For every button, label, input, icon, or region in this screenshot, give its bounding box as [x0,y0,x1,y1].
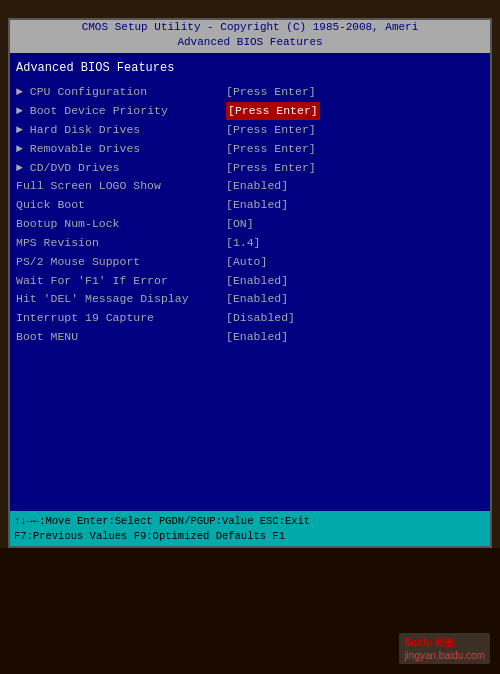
table-row[interactable]: Interrupt 19 Capture [Disabled] [16,309,484,327]
item-label-waitf1: Wait For 'F1' If Error [16,272,226,290]
item-value-cpu: [Press Enter] [226,83,316,101]
item-value-ps2: [Auto] [226,253,267,271]
table-row[interactable]: Boot MENU [Enabled] [16,328,484,346]
table-row[interactable]: PS/2 Mouse Support [Auto] [16,253,484,271]
menu-list: CPU Configuration [Press Enter] Boot Dev… [16,83,484,345]
status-line2: F7:Previous Values F9:Optimized Defaults… [14,529,486,545]
item-label-cpu: CPU Configuration [16,83,226,101]
table-row[interactable]: CD/DVD Drives [Press Enter] [16,159,484,177]
table-row[interactable]: Full Screen LOGO Show [Enabled] [16,177,484,195]
item-label-mps: MPS Revision [16,234,226,252]
section-title: Advanced BIOS Features [16,59,484,78]
item-value-logo: [Enabled] [226,177,288,195]
item-value-mps: [1.4] [226,234,261,252]
table-row[interactable]: Boot Device Priority [Press Enter] [16,102,484,120]
item-label-hdd: Hard Disk Drives [16,121,226,139]
item-label-interrupt: Interrupt 19 Capture [16,309,226,327]
baidu-logo: Baidu 经验 [404,636,485,650]
table-row[interactable]: Hit 'DEL' Message Display [Enabled] [16,290,484,308]
table-row[interactable]: Wait For 'F1' If Error [Enabled] [16,272,484,290]
item-label-quick-boot: Quick Boot [16,196,226,214]
item-label-logo: Full Screen LOGO Show [16,177,226,195]
baidu-watermark: Baidu 经验 jingyan.baidu.com [399,633,490,664]
item-label-removable: Removable Drives [16,140,226,158]
item-label-ps2: PS/2 Mouse Support [16,253,226,271]
bios-content-area: Advanced BIOS Features CPU Configuration… [8,53,492,353]
status-line1: ↑↓→←:Move Enter:Select PGDN/PGUP:Value E… [14,514,486,530]
item-value-boot-menu: [Enabled] [226,328,288,346]
baidu-url: jingyan.baidu.com [404,650,485,661]
table-row[interactable]: Hard Disk Drives [Press Enter] [16,121,484,139]
bios-header: CMOS Setup Utility - Copyright (C) 1985-… [8,18,492,53]
item-value-del-msg: [Enabled] [226,290,288,308]
item-value-boot-device: [Press Enter] [226,102,320,120]
table-row[interactable]: Quick Boot [Enabled] [16,196,484,214]
item-value-hdd: [Press Enter] [226,121,316,139]
item-label-numlock: Bootup Num-Lock [16,215,226,233]
monitor-frame: CMOS Setup Utility - Copyright (C) 1985-… [0,0,500,674]
header-line2: Advanced BIOS Features [12,35,488,50]
table-row[interactable]: CPU Configuration [Press Enter] [16,83,484,101]
item-value-removable: [Press Enter] [226,140,316,158]
header-line1: CMOS Setup Utility - Copyright (C) 1985-… [12,20,488,35]
table-row[interactable]: Removable Drives [Press Enter] [16,140,484,158]
status-bar: ↑↓→←:Move Enter:Select PGDN/PGUP:Value E… [8,511,492,549]
item-value-interrupt: [Disabled] [226,309,295,327]
item-label-cddvd: CD/DVD Drives [16,159,226,177]
item-label-del-msg: Hit 'DEL' Message Display [16,290,226,308]
item-value-numlock: [ON] [226,215,254,233]
item-value-waitf1: [Enabled] [226,272,288,290]
item-value-cddvd: [Press Enter] [226,159,316,177]
bios-screen: CMOS Setup Utility - Copyright (C) 1985-… [8,18,492,548]
item-label-boot-device: Boot Device Priority [16,102,226,120]
item-label-boot-menu: Boot MENU [16,328,226,346]
table-row[interactable]: MPS Revision [1.4] [16,234,484,252]
table-row[interactable]: Bootup Num-Lock [ON] [16,215,484,233]
item-value-quick-boot: [Enabled] [226,196,288,214]
